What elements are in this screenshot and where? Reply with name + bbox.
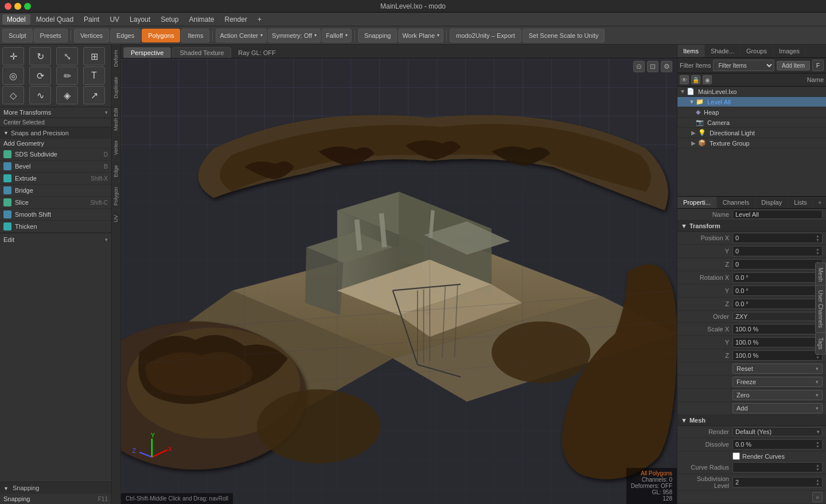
props-tab-lists[interactable]: Lists <box>788 197 813 208</box>
freeze-button[interactable]: Freeze ▾ <box>733 377 823 387</box>
edit-section[interactable]: Edit ▾ <box>0 233 111 245</box>
tool-text[interactable]: T <box>83 67 105 85</box>
tree-row-heap[interactable]: ◆ Heap <box>677 107 826 118</box>
filter-search-button[interactable]: F <box>812 60 824 71</box>
tab-shade[interactable]: Shade... <box>705 45 741 57</box>
close-button[interactable] <box>5 3 11 10</box>
tool-smooth-shift[interactable]: Smooth Shift <box>0 209 111 221</box>
minimize-button[interactable] <box>14 3 21 10</box>
snapping-header[interactable]: ▼ Snapping <box>0 482 111 494</box>
viewport-home-button[interactable]: ⊙ <box>633 61 645 72</box>
scale-y-input[interactable]: 100.0 % ▲▼ <box>733 337 823 347</box>
menu-plus[interactable]: + <box>253 14 266 25</box>
tool-paint[interactable]: ✏ <box>56 67 78 85</box>
add-geometry[interactable]: Add Geometry <box>0 139 111 149</box>
order-dropdown[interactable]: ZXY ▾ <box>733 312 823 321</box>
props-tab-plus[interactable]: + <box>813 197 826 208</box>
menu-layout[interactable]: Layout <box>125 14 155 25</box>
curve-radius-input[interactable]: ▲▼ <box>733 462 823 472</box>
dissolve-input[interactable]: 0.0 % ▲▼ <box>733 439 823 450</box>
vert-tab-mesh-edit[interactable]: Mesh Edit <box>112 103 120 135</box>
reset-button[interactable]: Reset ▾ <box>733 364 823 374</box>
tool-sculpt[interactable]: ◈ <box>56 86 78 104</box>
tab-perspective[interactable]: Perspective <box>123 47 171 58</box>
vertices-button[interactable]: Vertices <box>74 29 109 42</box>
tab-items[interactable]: Items <box>677 45 705 57</box>
work-plane-dropdown[interactable]: Work Plane ▾ <box>398 29 443 42</box>
presets-button[interactable]: Presets <box>34 29 68 42</box>
vert-tab-duplicate[interactable]: Duplicate <box>112 72 120 103</box>
add-button[interactable]: Add ▾ <box>733 403 823 413</box>
tool-lasso[interactable]: ⟳ <box>29 67 51 85</box>
props-tab-display[interactable]: Display <box>755 197 788 208</box>
prop-extra-btn-1[interactable]: » <box>812 492 823 502</box>
vert-tab-deform[interactable]: Deform <box>112 45 120 72</box>
viewport-zoom-fit-button[interactable]: ⊡ <box>647 61 659 72</box>
vert-tab-vertex[interactable]: Vertex <box>112 135 120 160</box>
tool-sds-subdivide[interactable]: SDS Subdivide D <box>0 149 111 161</box>
polygons-button[interactable]: Polygons <box>142 29 180 42</box>
action-center-dropdown[interactable]: Action Center ▾ <box>216 29 267 42</box>
falloff-dropdown[interactable]: Falloff ▾ <box>322 29 352 42</box>
items-button[interactable]: Items <box>181 29 209 42</box>
tree-row-camera[interactable]: 📷 Camera <box>677 118 826 128</box>
menu-uv[interactable]: UV <box>105 14 124 25</box>
mesh-side-tab[interactable]: Mesh <box>815 262 826 286</box>
tree-row-level-all[interactable]: ▼ 📁 Level All <box>677 97 826 107</box>
rotation-x-input[interactable]: 0.0 ° ▲▼ <box>733 272 823 283</box>
rotation-y-input[interactable]: 0.0 ° ▲▼ <box>733 286 823 296</box>
menu-model[interactable]: Model <box>2 14 30 25</box>
tags-tab[interactable]: Tags <box>815 332 826 354</box>
position-z-input[interactable]: 0 ▲▼ <box>733 259 823 269</box>
position-x-input[interactable]: 0 ▲▼ <box>733 233 823 243</box>
tool-path[interactable]: ◇ <box>2 86 24 104</box>
position-y-input[interactable]: 0 ▲▼ <box>733 246 823 256</box>
tab-ray-gl[interactable]: Ray GL: OFF <box>232 48 281 58</box>
snapping-item[interactable]: Snapping F11 <box>0 494 111 504</box>
tool-rotate[interactable]: ↻ <box>29 47 51 65</box>
props-tab-channels[interactable]: Channels <box>717 197 755 208</box>
modo2unity-button[interactable]: modo2Unity – Export <box>450 29 521 42</box>
snapping-button[interactable]: Snapping <box>358 29 398 42</box>
user-channels-tab[interactable]: User Channels <box>815 284 826 333</box>
tool-move[interactable]: ✛ <box>2 47 24 65</box>
rotation-z-input[interactable]: 0.0 ° ▲▼ <box>733 299 823 309</box>
tool-bevel[interactable]: Bevel B <box>0 161 111 173</box>
snaps-header[interactable]: ▼ Snaps and Precision <box>0 127 111 139</box>
tab-shaded-texture[interactable]: Shaded Texture <box>172 47 231 58</box>
menu-animate[interactable]: Animate <box>184 14 219 25</box>
tab-images[interactable]: Images <box>773 45 806 57</box>
tool-scale[interactable]: ⤡ <box>56 47 78 65</box>
eye-toggle-button[interactable]: 👁 <box>680 75 689 84</box>
scale-z-input[interactable]: 100.0 % ▲▼ <box>733 350 823 361</box>
menu-render[interactable]: Render <box>220 14 252 25</box>
vert-tab-uv[interactable]: UV <box>112 210 120 227</box>
symmetry-dropdown[interactable]: Symmetry: Off ▾ <box>268 29 321 42</box>
tool-select[interactable]: ◎ <box>2 67 24 85</box>
transform-section-header[interactable]: ▼ Transform <box>677 221 826 232</box>
set-scene-scale-button[interactable]: Set Scene Scale to Unity <box>523 29 605 42</box>
render-toggle-button[interactable]: ◉ <box>703 75 712 84</box>
sculpt-button[interactable]: Sculpt <box>2 29 33 42</box>
subdivision-level-input[interactable]: 2 ▲▼ <box>733 477 823 487</box>
tree-row-directional-light[interactable]: ▶ 💡 Directional Light <box>677 128 826 138</box>
tree-row-mainlevel[interactable]: ▼ 📄 MainLevel.lxo <box>677 87 826 97</box>
props-tab-properties[interactable]: Properti... <box>677 197 717 208</box>
tool-arrow[interactable]: ↗ <box>83 86 105 104</box>
tool-curve[interactable]: ∿ <box>29 86 51 104</box>
add-item-button[interactable]: Add Item <box>777 61 810 71</box>
maximize-button[interactable] <box>24 3 31 10</box>
menu-model-quad[interactable]: Model Quad <box>32 14 78 25</box>
menu-paint[interactable]: Paint <box>79 14 104 25</box>
prop-name-input[interactable]: Level All <box>733 210 823 219</box>
tool-bridge[interactable]: Bridge <box>0 185 111 197</box>
viewport-canvas[interactable]: X Y Z ⊙ ⊡ ⚙ All Polygons Channels: 0 Def… <box>121 58 677 504</box>
mesh-section-header[interactable]: ▼ Mesh <box>677 415 826 426</box>
viewport-settings-button[interactable]: ⚙ <box>661 61 672 72</box>
tree-row-texture-group[interactable]: ▶ 📦 Texture Group <box>677 138 826 149</box>
tool-slice[interactable]: Slice Shift-C <box>0 197 111 209</box>
render-dropdown[interactable]: Default (Yes) ▾ <box>733 427 823 436</box>
tab-groups[interactable]: Groups <box>741 45 773 57</box>
edges-button[interactable]: Edges <box>110 29 141 42</box>
vert-tab-polygon[interactable]: Polygon <box>112 182 120 210</box>
